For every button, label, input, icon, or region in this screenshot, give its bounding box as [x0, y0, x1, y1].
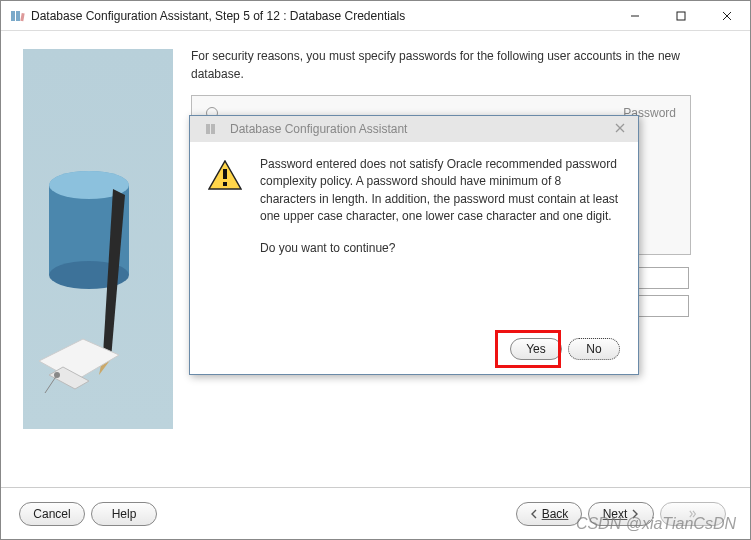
- app-icon: [9, 8, 25, 24]
- dialog-titlebar: Database Configuration Assistant: [190, 116, 638, 142]
- no-button[interactable]: No: [568, 338, 620, 360]
- wizard-footer: Cancel Help Back Next: [1, 487, 750, 539]
- warning-icon: [208, 160, 242, 190]
- chevron-left-icon: [530, 509, 538, 519]
- svg-rect-17: [206, 124, 210, 134]
- minimize-button[interactable]: [612, 1, 658, 31]
- window-controls: [612, 1, 750, 31]
- titlebar: Database Configuration Assistant, Step 5…: [1, 1, 750, 31]
- help-button[interactable]: Help: [91, 502, 157, 526]
- chevron-double-right-icon: [689, 509, 697, 519]
- window-title: Database Configuration Assistant, Step 5…: [31, 9, 612, 23]
- svg-rect-2: [20, 12, 24, 20]
- back-button[interactable]: Back: [516, 502, 582, 526]
- confirmation-dialog: Database Configuration Assistant Passwor…: [189, 115, 639, 375]
- svg-rect-1: [16, 11, 20, 21]
- next-button[interactable]: Next: [588, 502, 654, 526]
- instruction-text: For security reasons, you must specify p…: [191, 47, 691, 83]
- dialog-message: Password entered does not satisfy Oracle…: [260, 156, 620, 226]
- svg-line-16: [45, 375, 57, 393]
- back-label: Back: [542, 507, 569, 521]
- svg-rect-0: [11, 11, 15, 21]
- tag-paper-icon: [35, 331, 125, 401]
- next-label: Next: [603, 507, 628, 521]
- dialog-app-icon: [204, 121, 220, 137]
- chevron-right-icon: [631, 509, 639, 519]
- svg-rect-4: [677, 12, 685, 20]
- dialog-close-button[interactable]: [608, 122, 632, 136]
- dialog-text: Password entered does not satisfy Oracle…: [260, 156, 620, 271]
- dialog-title: Database Configuration Assistant: [230, 122, 608, 136]
- svg-rect-18: [211, 124, 215, 134]
- wizard-graphic-panel: [23, 49, 173, 429]
- yes-button[interactable]: Yes: [510, 338, 562, 360]
- maximize-button[interactable]: [658, 1, 704, 31]
- close-icon: [615, 123, 625, 133]
- svg-rect-22: [223, 169, 227, 179]
- app-window: Database Configuration Assistant, Step 5…: [0, 0, 751, 540]
- dialog-prompt: Do you want to continue?: [260, 240, 620, 257]
- finish-button: [660, 502, 726, 526]
- cancel-button[interactable]: Cancel: [19, 502, 85, 526]
- dialog-buttons: Yes No: [510, 338, 620, 360]
- close-button[interactable]: [704, 1, 750, 31]
- svg-rect-23: [223, 182, 227, 186]
